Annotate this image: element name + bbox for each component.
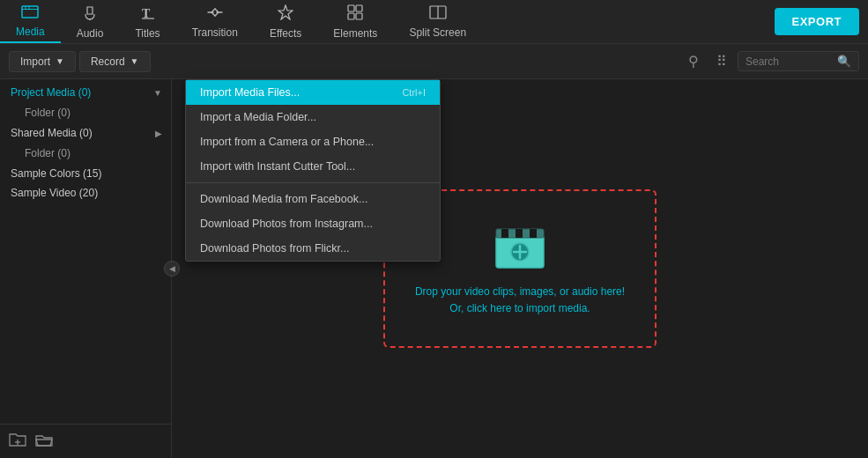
filter-icon[interactable]: ⚲ [681, 49, 706, 73]
import-cutter-label: Import with Instant Cutter Tool... [200, 160, 355, 173]
dropdown-item-facebook[interactable]: Download Media from Facebook... [186, 187, 440, 211]
sidebar-item-folder-0[interactable]: Folder (0) [25, 104, 171, 122]
instagram-label: Download Photos from Instagram... [200, 218, 373, 230]
sidebar-label-sample-colors: Sample Colors (15) [11, 167, 101, 180]
import-folder-label: Import a Media Folder... [200, 111, 316, 123]
dropdown-item-instagram[interactable]: Download Photos from Instagram... [186, 211, 440, 236]
nav-item-titles[interactable]: T Titles [119, 0, 175, 43]
elements-icon [347, 4, 363, 25]
import-label: Import [20, 55, 50, 68]
sidebar-label-sample-video: Sample Video (20) [11, 187, 98, 199]
search-box: 🔍 [738, 51, 859, 71]
main-area: Project Media (0) ▼ Folder (0) Shared Me… [0, 79, 868, 458]
dropdown-item-flickr[interactable]: Download Photos from Flickr... [186, 236, 440, 261]
nav-label-transition: Transition [192, 26, 238, 39]
sidebar-label-project-media: Project Media (0) [11, 86, 91, 99]
sidebar-label-folder-0: Folder (0) [25, 107, 70, 119]
import-camera-label: Import from a Camera or a Phone... [200, 136, 374, 148]
record-arrow-icon: ▼ [130, 56, 139, 66]
new-folder-icon[interactable] [9, 432, 26, 451]
sidebar-item-sample-video[interactable]: Sample Video (20) [0, 183, 171, 203]
svg-rect-20 [530, 229, 537, 238]
nav-label-titles: Titles [135, 27, 160, 40]
nav-item-audio[interactable]: Audio [61, 0, 120, 43]
sidebar-item-folder-1[interactable]: Folder (0) [25, 144, 171, 162]
nav-item-transition[interactable]: Transition [176, 0, 254, 43]
facebook-label: Download Media from Facebook... [200, 193, 367, 205]
dropdown-divider [186, 182, 440, 183]
chevron-right-icon: ▶ [155, 129, 162, 138]
dropdown-item-import-camera[interactable]: Import from a Camera or a Phone... [186, 129, 440, 154]
import-files-shortcut: Ctrl+I [402, 87, 426, 98]
svg-rect-8 [348, 5, 354, 11]
nav-label-elements: Elements [333, 27, 377, 40]
nav-item-effects[interactable]: Effects [254, 0, 317, 43]
effects-icon [278, 4, 293, 25]
toolbar: Import ▼ Record ▼ ⚲ ⠿ 🔍 [0, 44, 868, 79]
sidebar-item-sample-colors[interactable]: Sample Colors (15) [0, 164, 171, 183]
nav-item-media[interactable]: Media [0, 0, 61, 43]
sidebar-item-project-media[interactable]: Project Media (0) ▼ [0, 83, 171, 102]
nav-item-split-screen[interactable]: Split Screen [393, 0, 482, 43]
sidebar-item-shared-media[interactable]: Shared Media (0) ▶ [0, 123, 171, 143]
svg-rect-11 [356, 13, 362, 19]
collapse-sidebar-button[interactable]: ◀ [164, 261, 180, 277]
content-area: Import Media Files... Ctrl+I Import a Me… [172, 79, 868, 458]
svg-rect-10 [348, 13, 354, 19]
drop-zone-text: Drop your video clips, images, or audio … [415, 284, 625, 317]
import-arrow-icon: ▼ [56, 56, 64, 66]
sidebar-label-folder-1: Folder (0) [25, 147, 70, 159]
import-button[interactable]: Import ▼ [9, 51, 76, 72]
flickr-label: Download Photos from Flickr... [200, 242, 350, 255]
dropdown-item-import-folder[interactable]: Import a Media Folder... [186, 105, 440, 129]
dropdown-item-import-cutter[interactable]: Import with Instant Cutter Tool... [186, 154, 440, 179]
nav-label-audio: Audio [77, 27, 104, 40]
dropdown-item-import-files[interactable]: Import Media Files... Ctrl+I [186, 80, 440, 105]
import-dropdown-menu: Import Media Files... Ctrl+I Import a Me… [185, 79, 441, 262]
nav-item-elements[interactable]: Elements [317, 0, 393, 43]
import-files-label: Import Media Files... [200, 86, 300, 99]
record-label: Record [91, 55, 125, 68]
drop-zone-line1: Drop your video clips, images, or audio … [415, 284, 625, 300]
record-button[interactable]: Record ▼ [79, 51, 151, 72]
nav-label-effects: Effects [270, 27, 301, 40]
svg-rect-9 [356, 5, 362, 11]
top-nav: Media Audio T Titles Transition [0, 0, 868, 44]
titles-icon: T [140, 4, 156, 25]
export-button[interactable]: EXPORT [775, 8, 859, 35]
clapperboard-icon [489, 220, 551, 273]
svg-rect-0 [22, 6, 38, 18]
chevron-down-icon: ▼ [153, 88, 162, 98]
search-icon: 🔍 [837, 55, 851, 68]
svg-rect-19 [516, 229, 523, 238]
nav-label-split-screen: Split Screen [409, 26, 466, 39]
audio-icon [82, 4, 98, 25]
grid-icon[interactable]: ⠿ [709, 49, 734, 73]
sidebar-sub-project: Folder (0) [0, 102, 171, 123]
svg-rect-18 [501, 229, 508, 238]
search-input[interactable] [746, 55, 834, 68]
drop-zone-line2: Or, click here to import media. [415, 300, 625, 317]
sidebar-label-shared-media: Shared Media (0) [11, 127, 93, 139]
sidebar-bottom [0, 424, 171, 458]
media-icon [21, 4, 39, 23]
open-folder-icon[interactable] [35, 432, 53, 451]
split-screen-icon [429, 5, 447, 24]
nav-label-media: Media [16, 26, 45, 38]
svg-marker-7 [278, 5, 293, 19]
sidebar: Project Media (0) ▼ Folder (0) Shared Me… [0, 79, 172, 458]
transition-icon [206, 5, 224, 24]
sidebar-sub-shared: Folder (0) [0, 143, 171, 164]
